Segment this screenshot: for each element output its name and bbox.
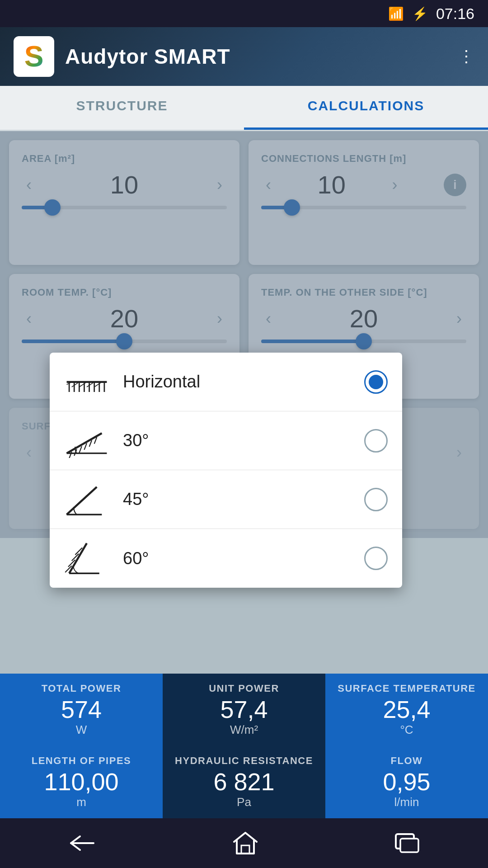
- battery-icon: ⚡: [412, 6, 428, 21]
- app-title-normal: Audytor: [65, 45, 154, 68]
- app-bar: S Audytor SMART ⋮: [0, 27, 488, 86]
- dialog-option-horizontal[interactable]: Horizontal: [50, 353, 402, 411]
- time-display: 07:16: [436, 5, 474, 23]
- flow-unit: l/min: [394, 795, 419, 809]
- angle-45-label: 45°: [123, 490, 364, 509]
- horizontal-icon: [64, 364, 109, 400]
- tab-bar: STRUCTURE CALCULATIONS: [0, 86, 488, 131]
- hydraulic-resistance-label: HYDRAULIC RESISTANCE: [175, 755, 313, 767]
- length-pipes-label: LENGTH OF PIPES: [32, 755, 131, 767]
- status-bar: 📶 ⚡ 07:16: [0, 0, 488, 27]
- unit-power-value: 57,4: [220, 696, 267, 723]
- dialog-option-60[interactable]: 60°: [50, 529, 402, 588]
- unit-power-unit: W/m²: [230, 723, 258, 737]
- length-pipes-value: 110,00: [44, 769, 118, 795]
- hydraulic-resistance-unit: Pa: [237, 795, 251, 809]
- svg-line-19: [84, 443, 87, 449]
- bottom-stats: TOTAL POWER 574 W UNIT POWER 57,4 W/m² S…: [0, 674, 488, 818]
- angle-60-radio[interactable]: [364, 547, 388, 570]
- flow-value: 0,95: [383, 769, 430, 795]
- angle-30-label: 30°: [123, 431, 364, 450]
- angle-60-label: 60°: [123, 549, 364, 568]
- angle-45-radio[interactable]: [364, 488, 388, 511]
- angle-30-radio[interactable]: [364, 429, 388, 453]
- surface-temp-label: SURFACE TEMPERATURE: [338, 683, 476, 694]
- svg-rect-36: [241, 845, 249, 854]
- flow-label: FLOW: [391, 755, 423, 767]
- total-power-label: TOTAL POWER: [42, 683, 122, 694]
- angle-60-icon: [64, 540, 109, 576]
- wifi-icon: 📶: [388, 6, 404, 21]
- inclination-dialog: Horizontal: [50, 353, 402, 588]
- app-logo: S: [14, 36, 54, 77]
- svg-line-29: [69, 543, 87, 574]
- menu-button[interactable]: ⋮: [458, 47, 474, 66]
- total-power-unit: W: [76, 723, 87, 737]
- stat-hydraulic-resistance: HYDRAULIC RESISTANCE 6 821 Pa: [163, 746, 325, 818]
- tab-calculations[interactable]: CALCULATIONS: [244, 86, 488, 130]
- app-title-bold: SMART: [154, 45, 230, 68]
- svg-line-14: [67, 433, 102, 453]
- home-button[interactable]: [233, 832, 258, 854]
- back-button[interactable]: [69, 834, 96, 852]
- surface-temp-value: 25,4: [383, 696, 430, 723]
- dialog-option-45[interactable]: 45°: [50, 470, 402, 529]
- main-content: AREA [m²] ‹ 10 › CONNECTIONS LENGTH [m] …: [0, 131, 488, 538]
- hydraulic-resistance-value: 6 821: [213, 769, 274, 795]
- svg-line-18: [79, 446, 82, 453]
- tab-structure[interactable]: STRUCTURE: [0, 86, 244, 130]
- dialog-option-30[interactable]: 30°: [50, 411, 402, 470]
- stat-surface-temp: SURFACE TEMPERATURE 25,4 °C: [325, 674, 488, 746]
- logo-letter: S: [24, 40, 44, 73]
- stat-total-power: TOTAL POWER 574 W: [0, 674, 163, 746]
- surface-temp-unit: °C: [400, 723, 413, 737]
- svg-line-28: [86, 491, 92, 497]
- horizontal-label: Horizontal: [123, 372, 364, 392]
- length-pipes-unit: m: [76, 795, 86, 809]
- svg-rect-38: [400, 839, 418, 852]
- unit-power-label: UNIT POWER: [209, 683, 279, 694]
- app-title: Audytor SMART: [65, 44, 230, 69]
- angle-30-icon: [64, 423, 109, 459]
- stat-length-pipes: LENGTH OF PIPES 110,00 m: [0, 746, 163, 818]
- recents-button[interactable]: [395, 833, 419, 853]
- stat-flow: FLOW 0,95 l/min: [325, 746, 488, 818]
- stat-unit-power: UNIT POWER 57,4 W/m²: [163, 674, 325, 746]
- horizontal-radio[interactable]: [364, 370, 388, 394]
- total-power-value: 574: [61, 696, 102, 723]
- nav-bar: [0, 818, 488, 868]
- angle-45-icon: [64, 481, 109, 518]
